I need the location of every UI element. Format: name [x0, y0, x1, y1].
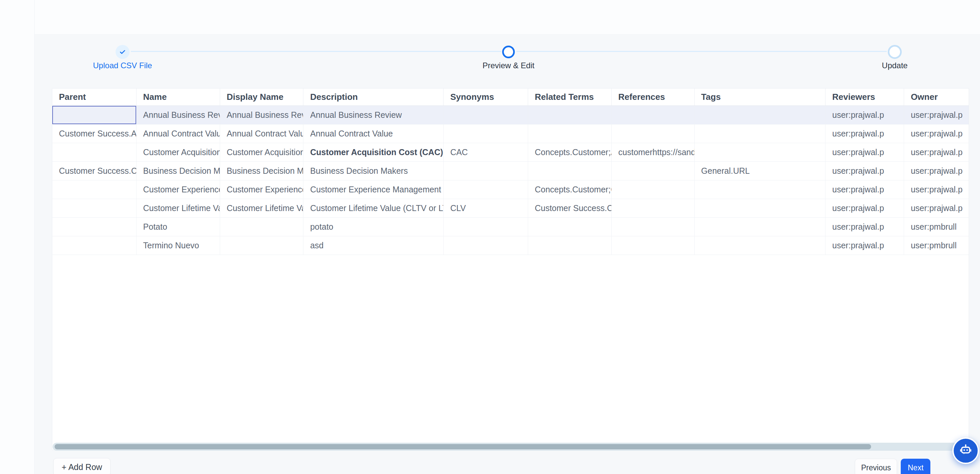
table-cell[interactable]: user:prajwal.p [826, 162, 904, 180]
horizontal-scrollbar-thumb[interactable] [55, 444, 871, 449]
table-cell[interactable]: Termino Nuevo [137, 236, 220, 255]
table-cell[interactable]: Customer Lifetime Value (CLTV or LTV) i.… [303, 199, 444, 218]
table-cell[interactable]: Annual Business Revie... [220, 106, 304, 124]
table-cell[interactable]: Annual Business Review [137, 106, 220, 124]
table-cell[interactable]: user:pmbrull [904, 218, 969, 236]
table-cell[interactable]: Concepts.Customer;A... [528, 143, 612, 162]
column-header-owner[interactable]: Owner [904, 89, 969, 106]
table-cell[interactable] [220, 218, 304, 236]
table-cell[interactable] [444, 162, 528, 180]
table-cell[interactable] [444, 124, 528, 143]
table-cell[interactable] [695, 236, 826, 255]
table-row: Termino Nuevoasduser:prajwal.puser:pmbru… [52, 236, 969, 255]
table-cell[interactable]: user:prajwal.p [904, 143, 969, 162]
table-cell[interactable] [695, 218, 826, 236]
table-cell[interactable]: user:prajwal.p [904, 199, 969, 218]
table-cell[interactable]: Business Decision Ma... [220, 162, 304, 180]
table-cell[interactable]: Customer Success.Cu... [52, 162, 137, 180]
table-cell[interactable] [612, 106, 695, 124]
table-cell[interactable] [612, 218, 695, 236]
table-cell[interactable]: Customer Lifetime Val... [220, 199, 304, 218]
table-cell[interactable]: user:prajwal.p [826, 199, 904, 218]
table-cell[interactable] [695, 124, 826, 143]
step-upload-indicator [116, 45, 129, 59]
table-cell[interactable] [444, 218, 528, 236]
table-cell[interactable]: user:pmbrull [904, 236, 969, 255]
column-header-related-terms[interactable]: Related Terms [528, 89, 612, 106]
previous-button[interactable]: Previous [855, 459, 897, 474]
table-cell[interactable] [444, 180, 528, 199]
table-cell[interactable] [612, 180, 695, 199]
table-cell[interactable]: user:prajwal.p [826, 143, 904, 162]
table-cell[interactable]: user:prajwal.p [904, 162, 969, 180]
table-cell[interactable]: CLV [444, 199, 528, 218]
table-cell[interactable] [52, 218, 137, 236]
table-cell[interactable] [612, 162, 695, 180]
table-cell[interactable] [52, 236, 137, 255]
table-cell[interactable]: Potato [137, 218, 220, 236]
table-cell[interactable]: Customer Acquisition ... [137, 143, 220, 162]
table-cell[interactable] [220, 236, 304, 255]
table-cell[interactable]: potato [303, 218, 444, 236]
table-cell[interactable] [52, 143, 137, 162]
step-label-preview[interactable]: Preview & Edit [465, 61, 552, 70]
table-cell[interactable]: Business Decision Ma... [137, 162, 220, 180]
chatbot-button[interactable] [952, 437, 979, 464]
table-cell[interactable] [695, 143, 826, 162]
column-header-synonyms[interactable]: Synonyms [444, 89, 528, 106]
table-cell[interactable] [528, 106, 612, 124]
column-header-tags[interactable]: Tags [695, 89, 826, 106]
table-cell[interactable]: Customer Success.Cu... [528, 199, 612, 218]
column-header-display-name[interactable]: Display Name [220, 89, 304, 106]
table-cell[interactable] [528, 218, 612, 236]
table-cell[interactable] [52, 180, 137, 199]
table-cell[interactable]: Customer Experience ... [220, 180, 304, 199]
table-cell[interactable] [612, 236, 695, 255]
table-cell[interactable]: customerhttps://sandb... [612, 143, 695, 162]
table-cell[interactable] [444, 236, 528, 255]
table-cell[interactable]: user:prajwal.p [826, 106, 904, 124]
table-cell[interactable]: user:prajwal.p [826, 218, 904, 236]
column-header-reviewers[interactable]: Reviewers [826, 89, 904, 106]
table-cell[interactable] [528, 162, 612, 180]
next-button[interactable]: Next [901, 459, 931, 474]
table-cell[interactable]: Customer Experience ... [137, 180, 220, 199]
column-header-description[interactable]: Description [303, 89, 444, 106]
table-cell[interactable]: user:prajwal.p [904, 124, 969, 143]
table-cell[interactable]: user:prajwal.p [904, 180, 969, 199]
table-cell[interactable]: Customer Acquisition Cost (CAC) is a ... [303, 143, 444, 162]
table-cell[interactable] [695, 180, 826, 199]
table-cell[interactable] [612, 124, 695, 143]
step-label-update[interactable]: Update [851, 61, 938, 70]
table-cell[interactable]: General.URL [695, 162, 826, 180]
table-cell[interactable]: Customer Success.An... [52, 124, 137, 143]
table-cell[interactable]: user:prajwal.p [904, 106, 969, 124]
table-cell[interactable]: Annual Contract Value [137, 124, 220, 143]
table-cell[interactable] [444, 106, 528, 124]
table-cell[interactable]: Annual Contract Value [303, 124, 444, 143]
table-cell[interactable] [52, 106, 137, 124]
column-header-parent[interactable]: Parent [52, 89, 137, 106]
table-cell[interactable]: CAC [444, 143, 528, 162]
table-cell[interactable]: asd [303, 236, 444, 255]
table-cell[interactable] [528, 124, 612, 143]
table-cell[interactable]: Annual Business Review [303, 106, 444, 124]
table-cell[interactable]: user:prajwal.p [826, 180, 904, 199]
table-cell[interactable]: Concepts.Customer;C... [528, 180, 612, 199]
table-cell[interactable] [52, 199, 137, 218]
column-header-name[interactable]: Name [137, 89, 220, 106]
table-cell[interactable] [528, 236, 612, 255]
step-label-upload[interactable]: Upload CSV File [79, 61, 166, 70]
add-row-button[interactable]: + Add Row [53, 458, 111, 474]
table-cell[interactable]: Customer Experience Management [303, 180, 444, 199]
table-cell[interactable]: Business Decision Makers [303, 162, 444, 180]
table-cell[interactable] [695, 199, 826, 218]
table-cell[interactable] [695, 106, 826, 124]
column-header-references[interactable]: References [612, 89, 695, 106]
table-cell[interactable]: Annual Contract Value ... [220, 124, 304, 143]
table-cell[interactable]: Customer Lifetime Value [137, 199, 220, 218]
table-cell[interactable]: user:prajwal.p [826, 124, 904, 143]
table-cell[interactable]: user:prajwal.p [826, 236, 904, 255]
table-cell[interactable] [612, 199, 695, 218]
table-cell[interactable]: Customer Acquisition ... [220, 143, 304, 162]
